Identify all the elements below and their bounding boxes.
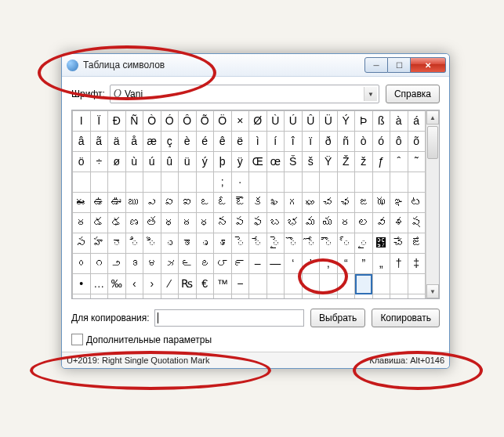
- character-cell[interactable]: Û: [302, 111, 320, 132]
- character-cell[interactable]: û: [161, 152, 179, 172]
- character-cell[interactable]: Ø: [249, 111, 267, 132]
- character-cell[interactable]: ‚: [320, 254, 338, 274]
- character-cell[interactable]: ౬: [179, 254, 197, 274]
- character-cell[interactable]: Ö: [214, 111, 232, 132]
- character-cell[interactable]: –: [249, 254, 267, 274]
- character-cell[interactable]: [161, 294, 179, 299]
- character-cell[interactable]: ç: [161, 132, 179, 152]
- character-cell[interactable]: ö: [73, 152, 91, 172]
- character-cell[interactable]: ⁄: [161, 274, 179, 294]
- character-cell[interactable]: ల: [355, 213, 373, 233]
- character-cell[interactable]: [285, 294, 303, 299]
- character-cell[interactable]: [337, 172, 355, 193]
- character-cell[interactable]: ఛ: [337, 193, 355, 213]
- character-cell[interactable]: ూ: [179, 233, 197, 254]
- character-cell[interactable]: ÿ: [231, 152, 249, 172]
- character-cell[interactable]: [73, 172, 91, 193]
- character-cell[interactable]: య: [320, 213, 338, 233]
- character-cell[interactable]: శ: [390, 213, 408, 233]
- character-cell[interactable]: థ: [161, 213, 179, 233]
- character-cell[interactable]: ‡: [408, 254, 426, 274]
- scroll-thumb[interactable]: [427, 126, 438, 159]
- copy-button[interactable]: Копировать: [372, 309, 440, 327]
- character-cell[interactable]: ై: [267, 233, 285, 254]
- character-cell[interactable]: ౮: [214, 254, 232, 274]
- character-cell[interactable]: [372, 172, 390, 193]
- character-cell[interactable]: õ: [408, 132, 426, 152]
- character-cell[interactable]: ‘: [285, 254, 303, 274]
- character-cell[interactable]: ß: [372, 111, 390, 132]
- maximize-button[interactable]: ☐: [388, 57, 411, 73]
- character-cell[interactable]: ౭: [196, 254, 214, 274]
- character-cell[interactable]: I: [73, 111, 91, 132]
- character-cell[interactable]: ð: [320, 132, 338, 152]
- character-cell[interactable]: గ: [285, 193, 303, 213]
- character-cell[interactable]: ఎ: [143, 193, 161, 213]
- character-cell[interactable]: ఫ: [249, 213, 267, 233]
- character-cell[interactable]: ౖ: [355, 233, 373, 254]
- character-cell[interactable]: ౦: [73, 254, 91, 274]
- character-cell[interactable]: ì: [249, 132, 267, 152]
- character-cell[interactable]: [196, 294, 214, 299]
- minimize-button[interactable]: ─: [364, 57, 388, 73]
- character-cell[interactable]: ౗: [372, 233, 390, 254]
- character-cell[interactable]: Þ: [355, 111, 373, 132]
- character-cell[interactable]: ట: [408, 193, 426, 213]
- character-cell[interactable]: [320, 274, 338, 294]
- character-cell[interactable]: ã: [90, 132, 108, 152]
- character-cell[interactable]: ƒ: [372, 152, 390, 172]
- scroll-up-button[interactable]: ▲: [426, 110, 439, 125]
- character-cell[interactable]: Œ: [249, 152, 267, 172]
- character-cell[interactable]: ü: [179, 152, 197, 172]
- character-cell[interactable]: ృ: [196, 233, 214, 254]
- character-cell[interactable]: మ: [302, 213, 320, 233]
- character-cell[interactable]: ి: [125, 233, 143, 254]
- character-cell[interactable]: [320, 172, 338, 193]
- character-cell[interactable]: Õ: [196, 111, 214, 132]
- character-cell[interactable]: ణ: [125, 213, 143, 233]
- character-cell[interactable]: [249, 274, 267, 294]
- character-cell[interactable]: í: [267, 132, 285, 152]
- character-cell[interactable]: భ: [285, 213, 303, 233]
- character-cell[interactable]: [372, 294, 390, 299]
- font-combobox[interactable]: O Vani ▼: [110, 85, 379, 103]
- character-cell[interactable]: [267, 274, 285, 294]
- character-cell[interactable]: ’: [302, 254, 320, 274]
- character-cell[interactable]: Ÿ: [320, 152, 338, 172]
- character-cell[interactable]: Ý: [337, 111, 355, 132]
- character-cell[interactable]: [161, 172, 179, 193]
- character-cell[interactable]: ఘ: [302, 193, 320, 213]
- character-cell[interactable]: ౄ: [214, 233, 232, 254]
- character-cell[interactable]: —: [267, 254, 285, 274]
- character-cell[interactable]: ౩: [125, 254, 143, 274]
- character-cell[interactable]: హ: [90, 233, 108, 254]
- character-cell[interactable]: ప: [231, 213, 249, 233]
- character-cell[interactable]: [337, 274, 355, 294]
- character-cell[interactable]: [196, 172, 214, 193]
- character-cell[interactable]: [179, 172, 197, 193]
- character-cell[interactable]: ో: [302, 233, 320, 254]
- character-cell[interactable]: [285, 274, 303, 294]
- character-cell[interactable]: ీ: [143, 233, 161, 254]
- character-cell[interactable]: ే: [249, 233, 267, 254]
- character-cell[interactable]: ä: [108, 132, 126, 152]
- character-cell[interactable]: à: [390, 111, 408, 132]
- character-cell[interactable]: చ: [320, 193, 338, 213]
- character-cell[interactable]: ె: [231, 233, 249, 254]
- character-cell[interactable]: ఋ: [125, 193, 143, 213]
- character-cell[interactable]: క: [249, 193, 267, 213]
- character-cell[interactable]: ₨: [179, 274, 197, 294]
- select-button[interactable]: Выбрать: [310, 309, 365, 327]
- character-cell[interactable]: [408, 274, 426, 294]
- character-cell[interactable]: š: [302, 152, 320, 172]
- character-cell[interactable]: ౫: [161, 254, 179, 274]
- character-cell[interactable]: ఊ: [108, 193, 126, 213]
- scroll-track[interactable]: [426, 125, 439, 284]
- character-cell[interactable]: ు: [161, 233, 179, 254]
- character-cell[interactable]: వ: [372, 213, 390, 233]
- character-cell[interactable]: Ž: [337, 152, 355, 172]
- character-cell[interactable]: ఏ: [161, 193, 179, 213]
- character-cell[interactable]: Ó: [161, 111, 179, 132]
- character-cell[interactable]: ఉ: [90, 193, 108, 213]
- character-cell[interactable]: ï: [302, 132, 320, 152]
